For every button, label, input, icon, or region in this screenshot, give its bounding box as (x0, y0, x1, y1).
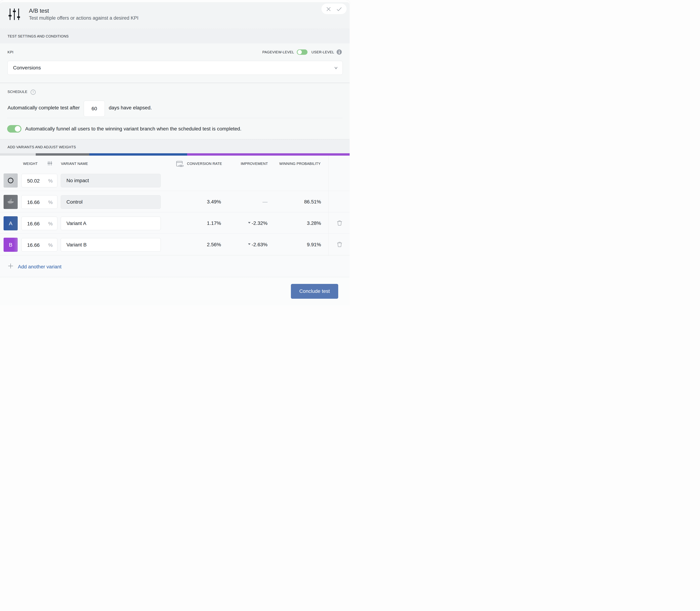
svg-text:?: ? (32, 91, 34, 94)
